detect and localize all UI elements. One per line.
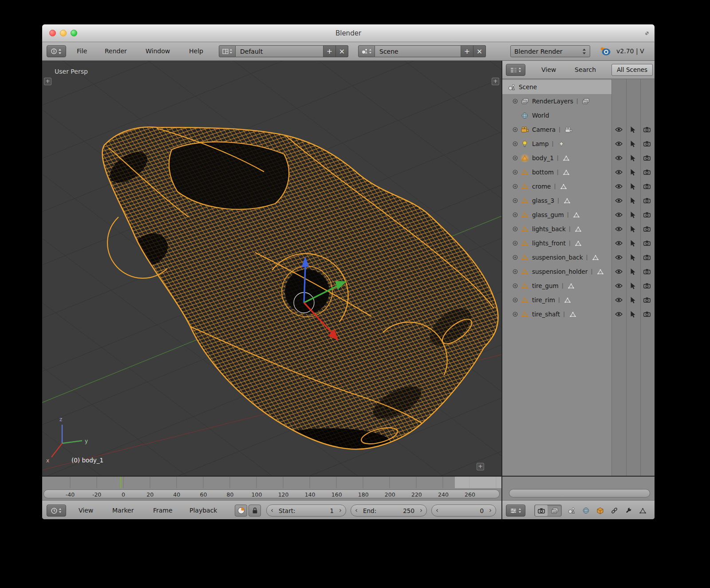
outliner-item-label[interactable]: Lamp [532,140,549,147]
menu-file[interactable]: File [77,42,87,60]
outliner-item-tire_shaft[interactable]: tire_shaft| [502,307,655,321]
outliner-item-label[interactable]: crome [532,183,551,190]
visibility-toggle[interactable] [611,151,626,165]
timeline-scrollbar[interactable]: -40-200204060801001201401601802002202402… [42,488,501,500]
outliner-item-tire_rim[interactable]: tire_rim| [502,293,655,307]
start-frame-field[interactable]: ‹ Start: 1 › [266,505,346,517]
outliner-item-suspension_holder[interactable]: suspension_holder| [502,264,655,279]
menu-help[interactable]: Help [189,42,203,60]
outliner-item-label[interactable]: glass_3 [532,197,554,204]
region-toggle-icon[interactable]: + [44,78,51,85]
visibility-toggle[interactable] [611,236,626,250]
selectability-toggle[interactable] [626,250,640,264]
properties-tab-modifiers[interactable] [622,505,635,516]
outliner-item-RenderLayers[interactable]: RenderLayers| [502,94,655,108]
visibility-toggle[interactable] [611,137,626,151]
outliner-item-label[interactable]: body_1 [532,154,554,162]
selectability-toggle[interactable] [626,208,640,222]
screen-layout-add-button[interactable]: + [323,45,336,57]
selectability-toggle[interactable] [626,151,640,165]
increment-icon[interactable]: › [420,507,422,514]
selectability-toggle[interactable] [626,137,640,151]
selectability-toggle[interactable] [626,264,640,279]
selectability-toggle[interactable] [626,307,640,321]
info-editor-selector[interactable] [47,45,66,57]
end-frame-field[interactable]: ‹ End: 250 › [351,505,427,517]
display-filter-dropdown[interactable]: All Scenes [611,64,653,76]
visibility-toggle[interactable] [611,165,626,179]
renderability-toggle[interactable] [640,179,654,193]
visibility-toggle[interactable] [611,250,626,264]
visibility-toggle[interactable] [611,179,626,193]
outliner-item-label[interactable]: bottom [532,169,554,176]
timeline-menu-view[interactable]: View [79,501,93,519]
expand-icon[interactable] [510,170,520,175]
outliner-item-label[interactable]: World [532,112,549,119]
outliner-item-label[interactable]: RenderLayers [532,98,573,105]
outliner-item-Lamp[interactable]: Lamp| [502,137,655,151]
selectability-toggle[interactable] [626,165,640,179]
renderability-toggle[interactable] [640,293,654,307]
playhead[interactable] [120,477,121,488]
horizontal-scrollbar[interactable] [43,489,500,498]
outliner-item-tire_gum[interactable]: tire_gum| [502,279,655,293]
properties-tab-constraints[interactable] [608,505,620,516]
outliner-item-World[interactable]: World [502,108,655,122]
expand-icon[interactable] [510,269,520,274]
outliner-item-label[interactable]: Camera [532,126,556,133]
expand-icon[interactable] [510,283,520,288]
visibility-toggle[interactable] [611,264,626,279]
outliner-item-label[interactable]: tire_rim [532,296,555,304]
renderability-toggle[interactable] [640,264,654,279]
outliner-item-body_1[interactable]: body_1| [502,151,655,165]
properties-tab-scene[interactable] [565,505,578,516]
expand-icon[interactable] [510,212,520,217]
properties-tab-world[interactable] [580,505,592,516]
renderability-toggle[interactable] [640,208,654,222]
renderability-toggle[interactable] [640,307,654,321]
menu-render[interactable]: Render [105,42,127,60]
timeline-menu-playback[interactable]: Playback [189,501,217,519]
outliner-item-crome[interactable]: crome| [502,179,655,193]
visibility-toggle[interactable] [611,293,626,307]
current-frame-field[interactable]: ‹ 0 › [431,505,496,517]
expand-icon[interactable] [510,241,520,246]
scene-delete-button[interactable]: × [473,45,486,57]
increment-icon[interactable]: › [489,507,492,514]
lock-button[interactable] [248,505,261,517]
expand-icon[interactable] [510,255,520,260]
render-engine-dropdown[interactable]: Blender Render [510,45,590,57]
renderability-toggle[interactable] [640,250,654,264]
renderability-toggle[interactable] [640,193,654,208]
scene-add-button[interactable]: + [461,45,473,57]
outliner-editor-selector[interactable] [506,64,525,76]
outliner-item-label[interactable]: glass_gum [532,211,564,218]
expand-icon[interactable] [510,127,520,132]
outliner-item-label[interactable]: tire_shaft [532,311,560,318]
outliner-item-suspension_back[interactable]: suspension_back| [502,250,655,264]
visibility-toggle[interactable] [611,122,626,137]
expand-icon[interactable] [510,184,520,189]
selectability-toggle[interactable] [626,222,640,236]
outliner-menu-view[interactable]: View [541,61,556,79]
timeline-editor-selector[interactable] [47,505,66,517]
outliner-item-label[interactable]: suspension_back [532,254,583,261]
outliner-item-bottom[interactable]: bottom| [502,165,655,179]
fullscreen-icon[interactable] [644,30,650,36]
outliner-item-label[interactable]: suspension_holder [532,268,588,275]
outliner-item-glass_gum[interactable]: glass_gum| [502,208,655,222]
selectability-toggle[interactable] [626,179,640,193]
screen-layout-browse-button[interactable] [219,45,236,57]
outliner-menu-search[interactable]: Search [575,61,596,79]
increment-icon[interactable]: › [339,507,342,514]
expand-icon[interactable] [510,226,520,232]
region-toggle-icon[interactable]: + [477,463,484,470]
renderability-toggle[interactable] [640,279,654,293]
visibility-toggle[interactable] [611,279,626,293]
outliner-item-label[interactable]: lights_front [532,240,566,247]
screen-layout-field[interactable]: Default [236,45,323,57]
renderability-toggle[interactable] [640,137,654,151]
outliner-item-glass_3[interactable]: glass_3| [502,193,655,208]
renderability-toggle[interactable] [640,236,654,250]
screen-layout-delete-button[interactable]: × [336,45,348,57]
